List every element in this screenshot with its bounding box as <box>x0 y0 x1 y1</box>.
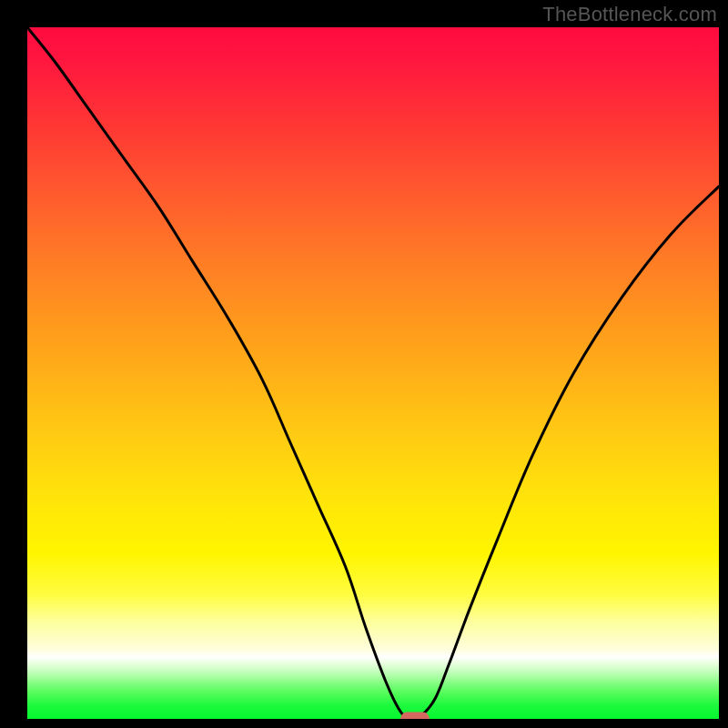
watermark-text: TheBottleneck.com <box>542 3 717 26</box>
plot-area <box>27 27 719 719</box>
chart-frame: TheBottleneck.com <box>0 0 728 728</box>
bottleneck-curve <box>27 27 719 719</box>
optimal-point-marker <box>400 713 430 720</box>
